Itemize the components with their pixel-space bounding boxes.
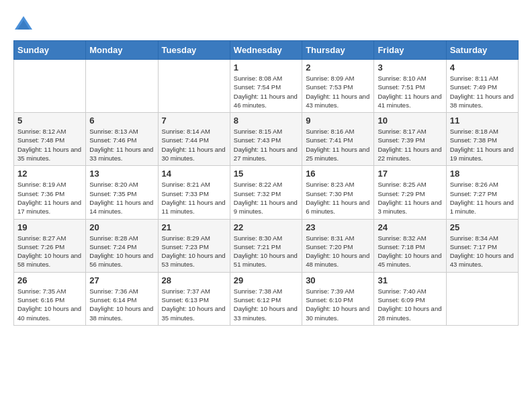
weekday-header-sunday: Sunday <box>14 41 86 60</box>
day-info: Sunrise: 8:29 AM Sunset: 7:23 PM Dayligh… <box>162 234 226 269</box>
calendar-cell: 14Sunrise: 8:21 AM Sunset: 7:33 PM Dayli… <box>158 166 230 219</box>
calendar-cell: 21Sunrise: 8:29 AM Sunset: 7:23 PM Dayli… <box>158 219 230 272</box>
day-info: Sunrise: 8:16 AM Sunset: 7:41 PM Dayligh… <box>306 127 370 163</box>
day-info: Sunrise: 8:12 AM Sunset: 7:48 PM Dayligh… <box>17 127 82 163</box>
calendar-cell: 20Sunrise: 8:28 AM Sunset: 7:24 PM Dayli… <box>86 219 158 272</box>
day-info: Sunrise: 8:27 AM Sunset: 7:26 PM Dayligh… <box>17 234 82 269</box>
day-number: 20 <box>89 222 154 232</box>
logo <box>13 13 36 34</box>
calendar-cell: 5Sunrise: 8:12 AM Sunset: 7:48 PM Daylig… <box>14 113 86 166</box>
calendar-cell: 27Sunrise: 7:36 AM Sunset: 6:14 PM Dayli… <box>86 272 158 325</box>
day-number: 8 <box>234 116 298 126</box>
calendar-week-row: 5Sunrise: 8:12 AM Sunset: 7:48 PM Daylig… <box>14 113 519 166</box>
day-number: 23 <box>306 222 370 232</box>
day-number: 6 <box>89 116 154 126</box>
calendar-cell: 24Sunrise: 8:32 AM Sunset: 7:18 PM Dayli… <box>374 219 446 272</box>
calendar-week-row: 19Sunrise: 8:27 AM Sunset: 7:26 PM Dayli… <box>14 219 519 272</box>
calendar-cell: 30Sunrise: 7:39 AM Sunset: 6:10 PM Dayli… <box>302 272 374 325</box>
calendar-cell: 6Sunrise: 8:13 AM Sunset: 7:46 PM Daylig… <box>86 113 158 166</box>
calendar-week-row: 12Sunrise: 8:19 AM Sunset: 7:36 PM Dayli… <box>14 166 519 219</box>
calendar-cell: 16Sunrise: 8:23 AM Sunset: 7:30 PM Dayli… <box>302 166 374 219</box>
day-number: 2 <box>306 62 370 73</box>
day-number: 1 <box>234 62 298 73</box>
day-number: 22 <box>234 222 298 232</box>
calendar-table: SundayMondayTuesdayWednesdayThursdayFrid… <box>13 40 519 326</box>
day-number: 24 <box>378 222 442 232</box>
day-number: 26 <box>17 275 82 285</box>
calendar-cell: 17Sunrise: 8:25 AM Sunset: 7:29 PM Dayli… <box>374 166 446 219</box>
day-number: 30 <box>306 275 370 285</box>
day-info: Sunrise: 8:08 AM Sunset: 7:54 PM Dayligh… <box>234 74 298 109</box>
calendar-cell: 10Sunrise: 8:17 AM Sunset: 7:39 PM Dayli… <box>374 113 446 166</box>
day-info: Sunrise: 8:10 AM Sunset: 7:51 PM Dayligh… <box>378 74 442 109</box>
calendar-cell: 1Sunrise: 8:08 AM Sunset: 7:54 PM Daylig… <box>230 60 302 113</box>
day-number: 21 <box>162 222 226 232</box>
day-number: 4 <box>450 62 515 73</box>
calendar-cell: 13Sunrise: 8:20 AM Sunset: 7:35 PM Dayli… <box>86 166 158 219</box>
day-info: Sunrise: 7:38 AM Sunset: 6:12 PM Dayligh… <box>234 287 298 322</box>
day-info: Sunrise: 8:17 AM Sunset: 7:39 PM Dayligh… <box>378 127 442 163</box>
day-info: Sunrise: 8:25 AM Sunset: 7:29 PM Dayligh… <box>378 180 442 216</box>
day-number: 19 <box>17 222 82 232</box>
weekday-header-wednesday: Wednesday <box>230 41 302 60</box>
day-info: Sunrise: 8:21 AM Sunset: 7:33 PM Dayligh… <box>162 180 226 216</box>
day-info: Sunrise: 7:36 AM Sunset: 6:14 PM Dayligh… <box>89 287 154 322</box>
calendar-cell: 11Sunrise: 8:18 AM Sunset: 7:38 PM Dayli… <box>446 113 518 166</box>
calendar-cell: 19Sunrise: 8:27 AM Sunset: 7:26 PM Dayli… <box>14 219 86 272</box>
day-number: 13 <box>89 169 154 179</box>
calendar-cell: 7Sunrise: 8:14 AM Sunset: 7:44 PM Daylig… <box>158 113 230 166</box>
calendar-cell: 23Sunrise: 8:31 AM Sunset: 7:20 PM Dayli… <box>302 219 374 272</box>
day-number: 27 <box>89 275 154 285</box>
calendar-cell: 4Sunrise: 8:11 AM Sunset: 7:49 PM Daylig… <box>446 60 518 113</box>
day-info: Sunrise: 8:18 AM Sunset: 7:38 PM Dayligh… <box>450 127 515 163</box>
calendar-week-row: 1Sunrise: 8:08 AM Sunset: 7:54 PM Daylig… <box>14 60 519 113</box>
calendar-cell: 8Sunrise: 8:15 AM Sunset: 7:43 PM Daylig… <box>230 113 302 166</box>
day-info: Sunrise: 8:23 AM Sunset: 7:30 PM Dayligh… <box>306 180 370 216</box>
day-number: 31 <box>378 275 442 285</box>
day-number: 9 <box>306 116 370 126</box>
calendar-cell <box>158 60 230 113</box>
calendar-cell: 28Sunrise: 7:37 AM Sunset: 6:13 PM Dayli… <box>158 272 230 325</box>
day-info: Sunrise: 8:30 AM Sunset: 7:21 PM Dayligh… <box>234 234 298 269</box>
weekday-header-friday: Friday <box>374 41 446 60</box>
day-number: 16 <box>306 169 370 179</box>
day-info: Sunrise: 7:39 AM Sunset: 6:10 PM Dayligh… <box>306 287 370 322</box>
day-number: 7 <box>162 116 226 126</box>
weekday-header-tuesday: Tuesday <box>158 41 230 60</box>
day-info: Sunrise: 8:11 AM Sunset: 7:49 PM Dayligh… <box>450 74 515 109</box>
calendar-cell: 18Sunrise: 8:26 AM Sunset: 7:27 PM Dayli… <box>446 166 518 219</box>
page-header <box>13 13 519 34</box>
day-info: Sunrise: 7:40 AM Sunset: 6:09 PM Dayligh… <box>378 287 442 322</box>
calendar-cell: 25Sunrise: 8:34 AM Sunset: 7:17 PM Dayli… <box>446 219 518 272</box>
day-info: Sunrise: 8:34 AM Sunset: 7:17 PM Dayligh… <box>450 234 515 269</box>
calendar-cell: 2Sunrise: 8:09 AM Sunset: 7:53 PM Daylig… <box>302 60 374 113</box>
day-number: 28 <box>162 275 226 285</box>
day-number: 11 <box>450 116 515 126</box>
calendar-cell: 12Sunrise: 8:19 AM Sunset: 7:36 PM Dayli… <box>14 166 86 219</box>
weekday-header-monday: Monday <box>86 41 158 60</box>
calendar-cell: 9Sunrise: 8:16 AM Sunset: 7:41 PM Daylig… <box>302 113 374 166</box>
calendar-cell: 26Sunrise: 7:35 AM Sunset: 6:16 PM Dayli… <box>14 272 86 325</box>
calendar-cell: 3Sunrise: 8:10 AM Sunset: 7:51 PM Daylig… <box>374 60 446 113</box>
day-number: 10 <box>378 116 442 126</box>
calendar-cell <box>86 60 158 113</box>
day-info: Sunrise: 8:20 AM Sunset: 7:35 PM Dayligh… <box>89 180 154 216</box>
logo-icon <box>13 13 34 34</box>
day-number: 18 <box>450 169 515 179</box>
day-number: 5 <box>17 116 82 126</box>
day-number: 12 <box>17 169 82 179</box>
day-number: 17 <box>378 169 442 179</box>
day-info: Sunrise: 8:31 AM Sunset: 7:20 PM Dayligh… <box>306 234 370 269</box>
day-number: 3 <box>378 62 442 73</box>
day-info: Sunrise: 7:37 AM Sunset: 6:13 PM Dayligh… <box>162 287 226 322</box>
calendar-cell: 31Sunrise: 7:40 AM Sunset: 6:09 PM Dayli… <box>374 272 446 325</box>
calendar-cell <box>446 272 518 325</box>
day-info: Sunrise: 8:22 AM Sunset: 7:32 PM Dayligh… <box>234 180 298 216</box>
day-number: 15 <box>234 169 298 179</box>
day-info: Sunrise: 8:26 AM Sunset: 7:27 PM Dayligh… <box>450 180 515 216</box>
calendar-cell <box>14 60 86 113</box>
day-info: Sunrise: 7:35 AM Sunset: 6:16 PM Dayligh… <box>17 287 82 322</box>
day-number: 29 <box>234 275 298 285</box>
day-info: Sunrise: 8:15 AM Sunset: 7:43 PM Dayligh… <box>234 127 298 163</box>
day-info: Sunrise: 8:19 AM Sunset: 7:36 PM Dayligh… <box>17 180 82 216</box>
